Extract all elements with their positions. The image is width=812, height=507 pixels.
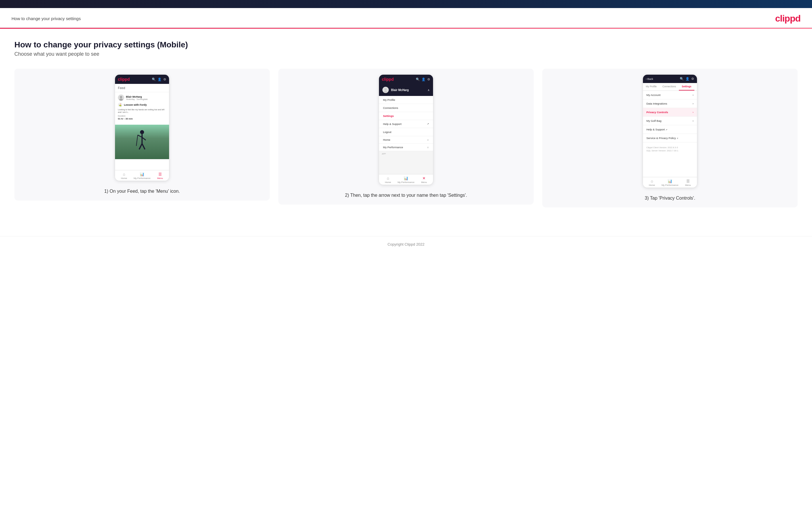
chart-icon: 📊 (140, 172, 144, 176)
step2-icons: 🔍 👤 ⚙ (416, 77, 430, 81)
step3-tab-home-label: Home (649, 184, 655, 186)
step2-perf-chevron: ∨ (427, 146, 429, 149)
step1-feed-post: Blair McHarg Yesterday · Sunningdale ⛳ L… (115, 92, 169, 125)
svg-line-7 (142, 144, 145, 149)
step1-tab-home-label: Home (121, 177, 127, 179)
step2-home-chevron: ∨ (427, 138, 429, 141)
step3-tab-settings: Settings (679, 83, 695, 91)
step2-perf-label: My Performance (383, 146, 403, 149)
step2-logo: clippd (382, 77, 394, 81)
step2-home-label: Home (383, 138, 390, 141)
step1-user-sub: Yesterday · Sunningdale (126, 98, 148, 100)
step2-tabbar: ⌂ Home 📊 My Performance ✕ Menu (379, 174, 433, 185)
step3-myaccount-label: My Account (646, 93, 660, 97)
svg-line-6 (139, 144, 142, 149)
header: How to change your privacy settings clip… (0, 8, 812, 28)
step3-myaccount: My Account › (643, 91, 697, 99)
step2-settings: Settings (379, 112, 433, 120)
step3-privacycontrols: Privacy Controls › (643, 108, 697, 117)
svg-point-1 (119, 99, 123, 101)
step3-tabbar: ⌂ Home 📊 My Performance ☰ Menu (643, 177, 697, 187)
logo: clippd (775, 13, 801, 24)
step2-description: 2) Then, tap the arrow next to your name… (345, 192, 467, 199)
step3-settings-content: My Account › Data Integrations › Privacy… (643, 91, 697, 177)
step3-icons: 🔍 👤 ⚙ (680, 77, 694, 81)
step-3-card: ‹ Back 🔍 👤 ⚙ My Profile Connections Sett… (542, 69, 798, 208)
step1-golf-image (115, 125, 169, 159)
step3-back-btn: ‹ Back (646, 77, 653, 80)
step2-user-icon: 👤 (421, 77, 425, 81)
user-icon: 👤 (158, 77, 162, 81)
step2-app-label: APP (379, 151, 433, 157)
step2-user-name: Blair McHarg (391, 89, 409, 92)
top-bar (0, 0, 812, 8)
step2-home-section: Home ∨ (379, 136, 433, 144)
step2-blurred-area: APP (379, 151, 433, 174)
step2-tab-home: ⌂ Home (379, 176, 397, 183)
step1-tab-performance: 📊 My Performance (133, 172, 151, 179)
search-icon: 🔍 (152, 77, 156, 81)
step3-tab-connections: Connections (660, 83, 679, 91)
step3-serviceprivacy: Service & Privacy Policy ↗ (643, 134, 697, 143)
step2-connections: Connections (379, 104, 433, 112)
menu-icon: ☰ (158, 172, 162, 176)
page-subheading: Choose what you want people to see (14, 51, 798, 57)
step1-description: 1) On your Feed, tap the 'Menu' icon. (104, 188, 180, 195)
step3-tab-performance: 📊 My Performance (661, 179, 679, 186)
step2-chart-icon: 📊 (404, 176, 408, 180)
step2-tab-performance: 📊 My Performance (397, 176, 415, 183)
step2-myprofile: My Profile (379, 96, 433, 104)
step1-user-name: Blair McHarg (126, 95, 148, 98)
step3-tab-menu: ☰ Menu (679, 179, 697, 186)
step3-myaccount-chevron: › (693, 93, 694, 97)
copyright-text: Copyright Clippd 2022 (388, 242, 425, 246)
step2-home-icon: ⌂ (387, 176, 389, 180)
home-icon: ⌂ (123, 172, 125, 176)
step3-version-line2: GQL Server Version: 2022.7.30-1 (646, 149, 694, 152)
step3-tab-menu-label: Menu (685, 184, 691, 186)
step1-duration-label: Duration (118, 115, 166, 117)
step3-version: Clippd Client Version: 2022.8.3-3 GQL Se… (643, 143, 697, 155)
step1-lesson-row: ⛳ Lesson with Fordy (118, 103, 166, 107)
steps-container: clippd 🔍 👤 ⚙ Feed (14, 69, 798, 208)
step3-mygolfbag: My Golf Bag › (643, 117, 697, 125)
step-1-card: clippd 🔍 👤 ⚙ Feed (14, 69, 270, 201)
step-1-phone: clippd 🔍 👤 ⚙ Feed (115, 74, 169, 181)
step3-dataintegrations-chevron: › (693, 102, 694, 105)
step2-tab-perf-label: My Performance (398, 181, 415, 183)
step3-user-icon: 👤 (686, 77, 690, 81)
step2-tab-home-label: Home (385, 181, 391, 183)
step2-tab-menu-label: Menu (421, 181, 427, 183)
step3-mygolfbag-chevron: › (693, 119, 694, 122)
step1-tab-performance-label: My Performance (134, 177, 151, 179)
step1-duration-value: 01 hr : 30 min (118, 117, 166, 120)
svg-point-0 (120, 96, 122, 98)
step3-tab-perf-label: My Performance (662, 184, 678, 186)
step1-avatar (118, 95, 124, 101)
step3-settings-icon: ⚙ (691, 77, 694, 81)
page-heading: How to change your privacy settings (Mob… (14, 40, 798, 49)
step3-privacycontrols-label: Privacy Controls (646, 111, 668, 114)
step2-close-icon: ✕ (422, 176, 425, 180)
step2-logout: Logout (379, 128, 433, 136)
svg-line-4 (138, 135, 142, 137)
step2-perf-section: My Performance ∨ (379, 144, 433, 151)
step3-dataintegrations: Data Integrations › (643, 99, 697, 108)
step2-help: Help & Support ↗ (379, 120, 433, 128)
step2-user-row: Blair McHarg ∧ (379, 84, 433, 96)
step3-tab-myprofile: My Profile (643, 83, 660, 91)
step3-version-line1: Clippd Client Version: 2022.8.3-3 (646, 146, 694, 149)
step3-helpsupport-label: Help & Support ↗ (646, 128, 667, 131)
step1-user-row: Blair McHarg Yesterday · Sunningdale (118, 95, 166, 101)
step1-tab-menu: ☰ Menu (151, 172, 169, 179)
step2-search-icon: 🔍 (416, 77, 420, 81)
step1-lesson-title: Lesson with Fordy (124, 103, 147, 106)
step3-privacycontrols-chevron: › (693, 111, 694, 114)
svg-point-9 (385, 88, 387, 91)
header-title: How to change your privacy settings (11, 16, 81, 21)
step2-phone-topbar: clippd 🔍 👤 ⚙ (379, 75, 433, 84)
step3-description: 3) Tap 'Privacy Controls'. (645, 195, 695, 202)
step1-tab-menu-label: Menu (157, 177, 163, 179)
step1-logo: clippd (118, 77, 130, 81)
step3-dataintegrations-label: Data Integrations (646, 102, 667, 105)
